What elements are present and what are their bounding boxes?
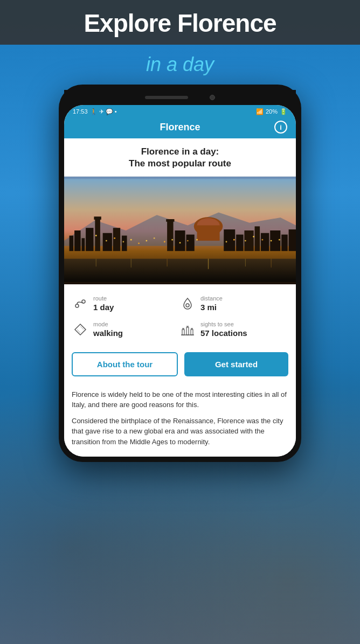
stat-mode: mode walking [73,318,180,344]
stat-route: route 1 day [73,292,180,318]
svg-rect-26 [64,258,296,282]
svg-point-53 [75,304,79,307]
status-left: 17:53 🚶 ✈ 💬 • [73,108,117,115]
description-para2: Considered the birthplace of the Renaiss… [72,416,288,447]
svg-point-42 [245,240,246,241]
tour-image [64,177,296,284]
svg-rect-13 [197,225,220,241]
svg-point-29 [114,237,115,239]
svg-point-34 [154,237,155,239]
info-button[interactable]: i [274,121,287,134]
main-title: Explore Florence [11,10,349,37]
sights-content: sights to see 57 locations [200,321,247,338]
svg-rect-8 [103,233,112,251]
svg-point-32 [138,242,140,244]
nav-title: Florence [160,122,200,133]
sights-label: sights to see [200,321,247,327]
svg-point-43 [253,236,254,237]
svg-point-31 [130,239,132,241]
header-section: Explore Florence [0,0,360,45]
svg-point-28 [106,240,107,241]
svg-rect-10 [122,235,127,251]
route-label: route [93,295,114,302]
mode-icon [73,322,88,340]
status-signal: 📶 [256,108,264,115]
distance-label: distance [200,295,223,302]
description-section: Florence is widely held to be one of the… [64,384,296,457]
svg-rect-15 [166,219,174,222]
sights-value: 57 locations [200,328,247,338]
svg-rect-7 [94,216,101,220]
stat-distance: distance 3 mi [180,292,287,318]
svg-point-45 [271,240,272,241]
phone-screen: 17:53 🚶 ✈ 💬 • 📶 20% 🔋 Florence i [64,105,296,457]
svg-rect-3 [74,230,80,251]
svg-rect-61 [191,330,193,335]
battery-icon: 🔋 [280,108,287,115]
route-value: 1 day [93,303,114,312]
distance-icon [180,296,195,314]
city-svg [64,177,296,284]
svg-point-40 [226,241,227,242]
tour-title-section: Florence in a day: The most popular rout… [64,138,296,177]
tour-title-line1: Florence in a day: [141,146,219,157]
phone-camera [210,95,215,100]
svg-rect-24 [281,234,287,251]
svg-point-27 [95,235,97,236]
svg-rect-60 [186,327,189,335]
svg-point-30 [122,241,124,242]
svg-rect-21 [255,226,260,251]
svg-rect-6 [95,218,100,251]
tour-title: Florence in a day: The most popular rout… [73,146,287,170]
svg-rect-18 [224,229,235,251]
distance-content: distance 3 mi [200,295,223,312]
mode-value: walking [93,328,123,338]
svg-rect-14 [167,220,173,251]
route-icon [73,296,88,314]
svg-rect-5 [86,228,93,251]
svg-point-37 [179,242,181,243]
description-para1: Florence is widely held to be one of the… [72,389,288,410]
svg-point-35 [164,241,165,242]
svg-rect-2 [70,235,74,251]
svg-rect-16 [175,230,185,251]
svg-point-44 [261,239,263,241]
action-buttons: About the tour Get started [64,349,296,384]
get-started-button[interactable]: Get started [184,352,288,376]
stat-sights: sights to see 57 locations [180,318,287,344]
phone-outer: 17:53 🚶 ✈ 💬 • 📶 20% 🔋 Florence i [59,85,301,463]
status-time: 17:53 [73,108,88,115]
svg-point-39 [196,239,198,241]
subtitle: in a day [0,48,360,80]
status-right: 📶 20% 🔋 [256,108,287,115]
sights-icon [180,322,195,340]
status-battery: 20% [266,108,278,115]
svg-rect-22 [261,233,269,251]
svg-rect-19 [236,234,243,251]
stats-grid: route 1 day distance 3 mi [64,284,296,349]
svg-rect-4 [81,238,85,251]
svg-point-33 [146,240,147,241]
svg-point-55 [186,304,189,307]
route-content: route 1 day [93,295,114,312]
distance-value: 3 mi [200,303,223,312]
about-tour-button[interactable]: About the tour [72,352,178,376]
svg-point-36 [171,239,173,241]
phone-wrapper: 17:53 🚶 ✈ 💬 • 📶 20% 🔋 Florence i [0,85,360,463]
phone-notch [64,90,296,105]
mode-content: mode walking [93,321,123,338]
svg-point-38 [187,240,189,241]
svg-point-46 [279,239,280,241]
phone-speaker [145,96,188,99]
nav-bar: Florence i [64,117,296,138]
status-bar: 17:53 🚶 ✈ 💬 • 📶 20% 🔋 [64,105,296,117]
svg-rect-59 [182,330,184,335]
svg-rect-9 [113,228,120,251]
tour-title-line2: The most popular route [129,158,231,169]
svg-marker-56 [75,324,86,335]
svg-rect-17 [186,234,194,251]
svg-rect-25 [289,229,296,251]
svg-point-41 [233,239,235,241]
mode-label: mode [93,321,123,327]
status-icons-left: 🚶 ✈ 💬 • [90,108,117,115]
